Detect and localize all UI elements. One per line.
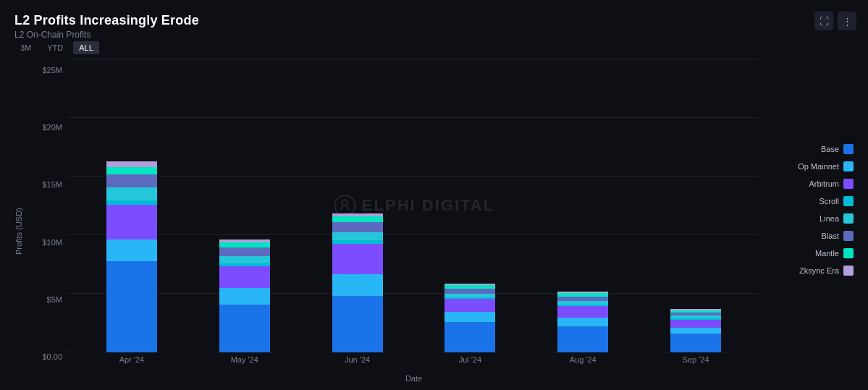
- x-axis-label: Apr '24: [106, 355, 157, 373]
- bar-segment-arbitrum: [332, 244, 383, 274]
- legend-label: Scroll: [819, 197, 839, 205]
- legend-color-swatch: [843, 144, 854, 154]
- bar-segment-mantle: [219, 242, 270, 247]
- bar-group: [670, 309, 721, 352]
- legend-item-scroll: Scroll: [767, 196, 854, 206]
- expand-button[interactable]: ⛶: [814, 12, 833, 30]
- stacked-bar: [332, 213, 383, 352]
- legend-color-swatch: [843, 266, 854, 276]
- plot-area: ELPHI DIGITAL Apr '24May '24Jun '24Jul '…: [68, 59, 759, 383]
- legend-color-swatch: [843, 231, 854, 241]
- time-filter-group: 3MYTDALL: [14, 41, 854, 54]
- legend-item-blast: Blast: [767, 231, 854, 241]
- legend-label: Op Mainnet: [798, 162, 839, 171]
- stacked-bar: [444, 283, 495, 352]
- legend-color-swatch: [843, 161, 854, 171]
- bars-container: [68, 59, 759, 352]
- dashboard-container: ⛶ ⋮ L2 Profits Increasingly Erode L2 On-…: [0, 0, 868, 390]
- bar-segment-op-mainnet: [557, 318, 608, 326]
- time-filter-ytd[interactable]: YTD: [41, 41, 69, 54]
- bar-segment-arbitrum: [219, 266, 270, 288]
- bar-group: [106, 161, 157, 352]
- bar-group: [219, 239, 270, 352]
- bar-segment-base: [557, 326, 608, 352]
- bar-segment-linea: [219, 256, 270, 263]
- legend-item-arbitrum: Arbitrum: [767, 179, 854, 189]
- bar-segment-op-mainnet: [106, 239, 157, 261]
- bar-segment-arbitrum: [557, 306, 608, 318]
- y-axis-label: $20M: [42, 123, 62, 132]
- legend-label: Zksync Era: [799, 266, 839, 275]
- y-axis: $25M$20M$15M$10M$5M$0.00: [25, 59, 68, 383]
- bar-segment-mantle: [106, 167, 157, 174]
- bar-segment-linea: [106, 187, 157, 200]
- bar-group: [557, 292, 608, 352]
- bar-segment-op-mainnet: [670, 328, 721, 334]
- bar-segment-base: [219, 305, 270, 352]
- stacked-bar: [106, 161, 157, 352]
- legend-color-swatch: [843, 179, 854, 189]
- legend-label: Mantle: [815, 249, 839, 258]
- bar-segment-arbitrum: [670, 320, 721, 328]
- bar-segment-linea: [332, 232, 383, 240]
- stacked-bar: [557, 292, 608, 352]
- bar-segment-base: [106, 261, 157, 352]
- bar-group: [332, 213, 383, 352]
- legend-label: Linea: [819, 214, 839, 223]
- legend-color-swatch: [843, 248, 854, 258]
- chart-subtitle: L2 On-Chain Profits: [14, 30, 854, 40]
- y-axis-label: $15M: [42, 180, 62, 189]
- x-axis-label: Jul '24: [444, 355, 495, 373]
- x-axis-label: May '24: [219, 355, 270, 373]
- bar-segment-arbitrum: [106, 205, 157, 239]
- legend-item-zksync-era: Zksync Era: [767, 266, 854, 276]
- bar-segment-blast: [444, 289, 495, 294]
- menu-button[interactable]: ⋮: [838, 12, 856, 30]
- bar-segment-base: [670, 334, 721, 352]
- legend-item-linea: Linea: [767, 213, 854, 224]
- stacked-bar: [219, 239, 270, 352]
- legend-item-op-mainnet: Op Mainnet: [767, 161, 854, 171]
- time-filter-all[interactable]: ALL: [73, 41, 99, 54]
- bar-segment-op-mainnet: [219, 288, 270, 305]
- bar-segment-op-mainnet: [444, 312, 495, 322]
- y-axis-label: $25M: [42, 66, 62, 75]
- legend-item-mantle: Mantle: [767, 248, 854, 258]
- bar-segment-mantle: [332, 216, 383, 222]
- legend-color-swatch: [843, 213, 854, 224]
- bar-segment-zksync-era: [106, 161, 157, 167]
- stacked-bar: [670, 309, 721, 352]
- x-axis: Apr '24May '24Jun '24Jul '24Aug '24Sep '…: [68, 352, 759, 373]
- chart-area: Profits (USD) $25M$20M$15M$10M$5M$0.00: [14, 59, 854, 383]
- menu-icon: ⋮: [843, 16, 852, 27]
- chart-title: L2 Profits Increasingly Erode: [14, 13, 854, 28]
- legend-label: Base: [821, 145, 839, 153]
- bar-segment-base: [332, 296, 383, 352]
- x-axis-title: Date: [68, 374, 759, 383]
- bar-segment-blast: [332, 222, 383, 232]
- x-axis-label: Aug '24: [557, 355, 608, 373]
- y-axis-label: $0.00: [42, 352, 62, 361]
- x-axis-label: Jun '24: [332, 355, 383, 373]
- legend-label: Arbitrum: [809, 179, 839, 188]
- bar-segment-op-mainnet: [332, 274, 383, 296]
- y-axis-label: $5M: [47, 295, 62, 304]
- y-axis-label: $10M: [42, 238, 62, 247]
- legend-label: Blast: [822, 232, 839, 240]
- bar-group: [444, 283, 495, 352]
- legend: BaseOp MainnetArbitrumScrollLineaBlastMa…: [759, 59, 854, 383]
- expand-icon: ⛶: [819, 16, 829, 27]
- legend-item-base: Base: [767, 144, 854, 154]
- bar-segment-arbitrum: [444, 299, 495, 312]
- x-axis-label: Sep '24: [670, 355, 721, 373]
- time-filter-3m[interactable]: 3M: [14, 41, 37, 54]
- chart-header: L2 Profits Increasingly Erode L2 On-Chai…: [14, 13, 854, 40]
- legend-color-swatch: [843, 196, 854, 206]
- bar-segment-base: [444, 322, 495, 352]
- y-axis-title: Profits (USD): [14, 59, 23, 383]
- bar-segment-blast: [219, 247, 270, 256]
- bar-segment-blast: [106, 174, 157, 187]
- bars-and-grid: ELPHI DIGITAL: [68, 59, 759, 352]
